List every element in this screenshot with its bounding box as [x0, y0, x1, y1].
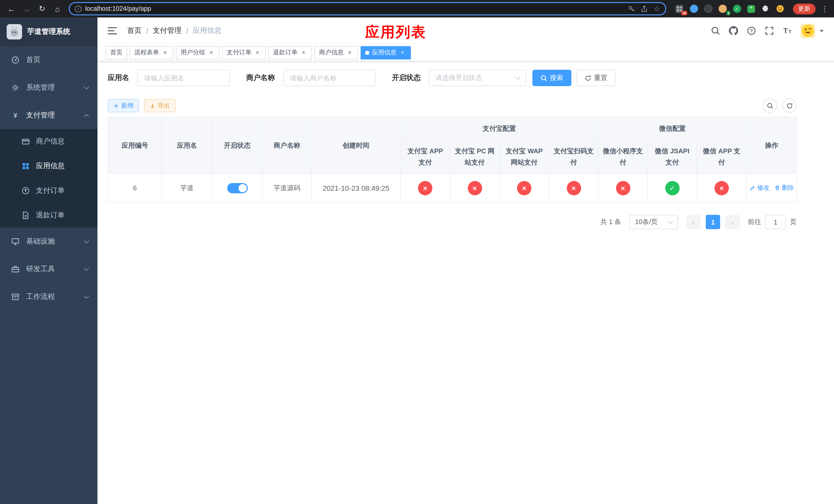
tab-user-group[interactable]: 用户分组× — [176, 46, 220, 59]
export-button[interactable]: 导出 — [144, 99, 175, 112]
chevron-down-icon[interactable] — [820, 29, 824, 32]
alipay-pc-status-icon: × — [467, 181, 482, 195]
col-wechat-jsapi: 微信 JSAPI 支付 — [648, 140, 697, 174]
extension-grid-icon[interactable]: 10 — [675, 4, 684, 14]
breadcrumb-home[interactable]: 首页 — [127, 26, 141, 36]
extensions-area: 10 1 ✓ ❞ — [675, 4, 785, 14]
add-button[interactable]: 新增 — [108, 99, 139, 112]
address-bar[interactable]: i localhost:1024/pay/app ☆ — [69, 2, 666, 15]
col-wechat-app: 微信 APP 支付 — [697, 140, 747, 174]
browser-update-button[interactable]: 更新 — [793, 3, 815, 14]
cell-created: 2021-10-23 08:49:25 — [312, 174, 400, 202]
sidebar-item-workflow[interactable]: 工作流程 — [0, 283, 97, 311]
goto-page-input[interactable] — [765, 215, 786, 229]
close-icon[interactable]: × — [300, 49, 307, 56]
chevron-down-icon — [84, 84, 89, 89]
sidebar-item-merchant-info[interactable]: 商户信息 — [0, 129, 97, 154]
font-size-icon[interactable]: TT — [783, 26, 792, 36]
close-icon[interactable]: × — [208, 49, 215, 56]
back-icon[interactable]: ← — [4, 2, 19, 16]
sidebar-item-label: 基础设施 — [26, 237, 55, 246]
apps-table: 应用编号 应用名 开启状态 商户名称 创建时间 支付宝配置 微信配置 操作 支付… — [108, 117, 797, 203]
help-icon[interactable]: ? — [747, 26, 756, 36]
extension-green-check-icon[interactable]: ✓ — [732, 4, 742, 14]
extension-badge: 10 — [681, 10, 687, 15]
sidebar-item-devtools[interactable]: 研发工具 — [0, 255, 97, 283]
toolbox-icon — [11, 265, 20, 273]
sidebar-item-infra[interactable]: 基础设施 — [0, 228, 97, 255]
close-icon[interactable]: × — [161, 49, 169, 56]
sidebar-item-app-info[interactable]: 应用信息 — [0, 154, 97, 178]
refresh-button[interactable] — [782, 98, 796, 113]
toggle-search-button[interactable] — [763, 98, 777, 113]
status-label: 开启状态 — [392, 73, 421, 83]
reset-button[interactable]: 重置 — [576, 70, 615, 86]
tab-pay-order[interactable]: 支付订单× — [222, 46, 266, 59]
fullscreen-icon[interactable] — [765, 26, 774, 36]
search-icon[interactable] — [711, 26, 720, 36]
table-header-group-row: 应用编号 应用名 开启状态 商户名称 创建时间 支付宝配置 微信配置 操作 — [108, 117, 797, 140]
wechat-app-status-icon: × — [715, 181, 729, 195]
col-actions: 操作 — [747, 117, 797, 174]
tab-process-form[interactable]: 流程表单× — [130, 46, 173, 59]
tab-refund-order[interactable]: 退款订单× — [268, 46, 312, 59]
site-info-icon[interactable]: i — [75, 5, 82, 12]
sidebar-item-payment[interactable]: ¥ 支付管理 — [0, 101, 97, 129]
forward-icon[interactable]: → — [20, 2, 34, 16]
sidebar-item-system[interactable]: 系统管理 — [0, 74, 97, 101]
sidebar: 芋道管理系统 首页 系统管理 ¥ 支付管理 — [0, 18, 97, 504]
extension-blue-icon[interactable] — [689, 4, 699, 14]
extensions-puzzle-icon[interactable] — [761, 4, 770, 14]
tab-merchant-info[interactable]: 商户信息× — [314, 46, 358, 59]
col-alipay-app: 支付宝 APP 支付 — [400, 140, 450, 174]
search-button[interactable]: 搜索 — [532, 70, 571, 86]
breadcrumb-payment[interactable]: 支付管理 — [153, 26, 181, 36]
delete-link[interactable]: 删除 — [774, 184, 794, 192]
sidebar-item-pay-order[interactable]: 支付订单 — [0, 178, 97, 203]
sidebar-item-refund-order[interactable]: 退款订单 — [0, 203, 97, 228]
merchant-name-label: 商户名称 — [246, 73, 275, 83]
close-icon[interactable]: × — [254, 49, 261, 56]
prev-page-button[interactable]: ‹ — [686, 215, 701, 229]
url-text[interactable]: localhost:1024/pay/app — [85, 5, 151, 12]
sidebar-item-home[interactable]: 首页 — [0, 46, 97, 74]
page-number-1[interactable]: 1 — [706, 215, 720, 229]
pagination: 共 1 条 10条/页 ‹ 1 › 前往 页 — [108, 215, 796, 229]
svg-text:?: ? — [750, 28, 753, 33]
browser-menu-icon[interactable]: ⋮ — [820, 5, 830, 13]
home-icon[interactable]: ⌂ — [50, 2, 65, 16]
hamburger-icon[interactable] — [108, 27, 117, 35]
sidebar-item-label: 研发工具 — [26, 265, 55, 274]
page-size-select[interactable]: 10条/页 — [629, 215, 678, 229]
edit-link[interactable]: 修改 — [750, 184, 769, 192]
status-select[interactable]: 请选择开启状态 — [429, 70, 526, 86]
share-icon[interactable] — [641, 5, 648, 12]
extension-avatar-icon[interactable]: 1 — [718, 4, 727, 14]
status-toggle[interactable] — [227, 183, 247, 193]
extension-dark-icon[interactable] — [703, 4, 713, 14]
bookmark-star-icon[interactable]: ☆ — [654, 5, 660, 13]
app-logo-row[interactable]: 芋道管理系统 — [0, 18, 97, 46]
extension-chat-icon[interactable]: ❞ — [746, 4, 756, 14]
tab-app-info[interactable]: 应用信息× — [360, 46, 411, 59]
app-name-input[interactable] — [137, 70, 230, 86]
active-dot — [365, 50, 369, 54]
bank-card-icon — [22, 137, 30, 145]
close-icon[interactable]: × — [346, 49, 353, 56]
col-alipay-wap: 支付宝 WAP 网站支付 — [499, 140, 549, 174]
close-icon[interactable]: × — [399, 49, 406, 56]
extension-emoji-icon[interactable] — [775, 4, 785, 14]
merchant-name-input[interactable] — [283, 70, 375, 86]
document-icon — [22, 211, 30, 220]
app-logo — [7, 24, 22, 40]
reload-icon[interactable]: ↻ — [35, 2, 49, 16]
github-icon[interactable] — [729, 26, 738, 36]
col-app-id: 应用编号 — [108, 117, 162, 174]
tab-home[interactable]: 首页 — [106, 46, 127, 59]
col-alipay-pc: 支付宝 PC 网站支付 — [450, 140, 499, 174]
col-app-name: 应用名 — [162, 117, 212, 174]
user-avatar[interactable] — [801, 24, 815, 38]
key-icon[interactable] — [628, 5, 635, 12]
next-page-button[interactable]: › — [725, 215, 740, 229]
dashboard-icon — [11, 56, 20, 64]
